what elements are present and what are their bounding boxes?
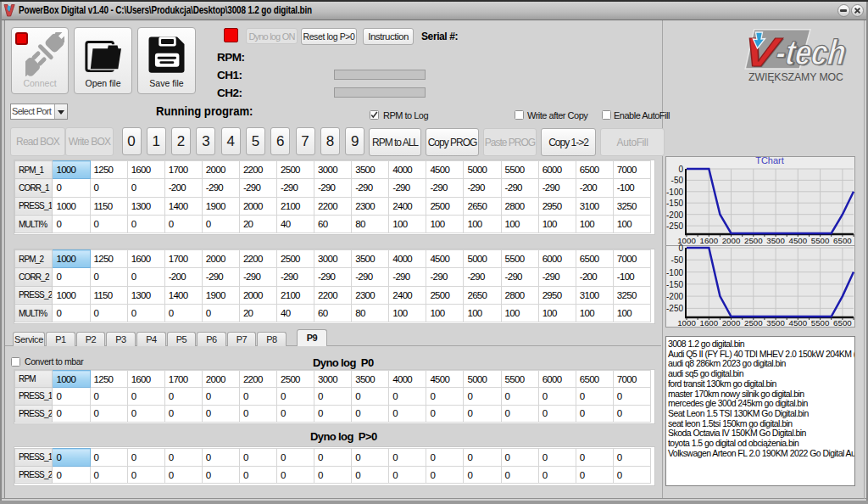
svg-text:-50: -50 bbox=[671, 255, 684, 265]
svg-text:2500: 2500 bbox=[744, 236, 763, 245]
svg-text:0: 0 bbox=[678, 244, 683, 253]
svg-text:TChart: TChart bbox=[755, 156, 784, 165]
svg-text:0: 0 bbox=[678, 165, 683, 174]
svg-text:5500: 5500 bbox=[811, 236, 830, 245]
svg-text:-150: -150 bbox=[666, 199, 683, 208]
svg-text:-250: -250 bbox=[666, 221, 683, 231]
svg-text:-250: -250 bbox=[666, 304, 683, 313]
svg-text:3500: 3500 bbox=[766, 236, 785, 245]
svg-text:4500: 4500 bbox=[789, 236, 808, 245]
svg-text:2000: 2000 bbox=[722, 318, 741, 328]
svg-text:1000: 1000 bbox=[677, 318, 696, 328]
svg-text:3500: 3500 bbox=[766, 318, 785, 328]
svg-text:-100: -100 bbox=[666, 188, 683, 197]
svg-text:-50: -50 bbox=[671, 176, 684, 185]
svg-text:1600: 1600 bbox=[700, 318, 719, 328]
svg-text:6500: 6500 bbox=[833, 236, 852, 245]
svg-text:1600: 1600 bbox=[700, 236, 719, 245]
svg-text:4500: 4500 bbox=[789, 318, 808, 328]
svg-text:2000: 2000 bbox=[722, 236, 741, 245]
svg-text:-200: -200 bbox=[666, 292, 683, 301]
svg-text:-tech: -tech bbox=[774, 32, 848, 72]
svg-text:-150: -150 bbox=[666, 280, 683, 289]
svg-text:6500: 6500 bbox=[833, 318, 852, 328]
svg-text:-200: -200 bbox=[666, 210, 683, 220]
svg-text:5500: 5500 bbox=[811, 318, 830, 328]
svg-text:2500: 2500 bbox=[744, 318, 763, 328]
svg-text:-100: -100 bbox=[666, 268, 683, 277]
